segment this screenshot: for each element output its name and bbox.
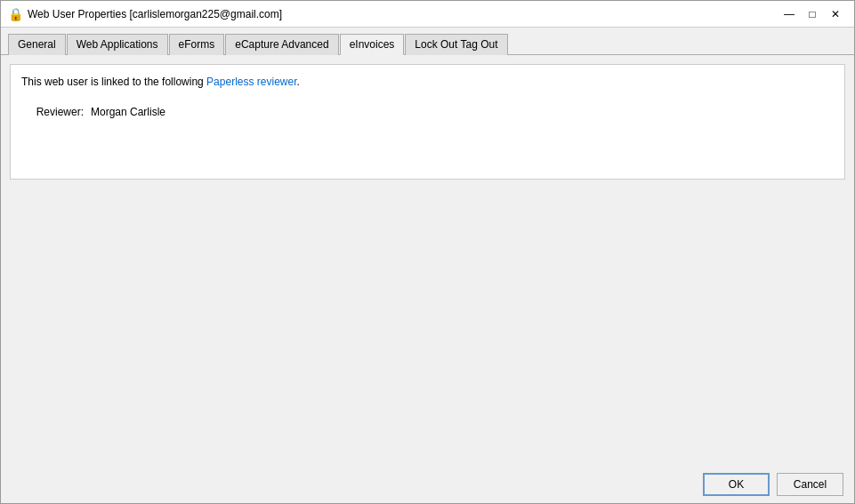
window-title: Web User Properties [carlislemorgan225@g… [28,8,282,20]
tab-lock-out-tag-out[interactable]: Lock Out Tag Out [405,34,507,55]
paperless-link[interactable]: Paperless reviewer [206,76,296,88]
tab-ecapture-advanced[interactable]: eCapture Advanced [225,34,338,55]
tab-eforms[interactable]: eForms [169,34,225,55]
content-area: This web user is linked to the following… [1,55,854,466]
tab-bar: General Web Applications eForms eCapture… [1,28,854,55]
tab-general[interactable]: General [8,34,66,55]
content-spacer [10,187,845,457]
info-text-prefix: This web user is linked to the following [21,76,206,88]
window-icon: 🔒 [8,7,22,21]
info-text-suffix: . [297,76,300,88]
reviewer-value: Morgan Carlisle [91,106,165,118]
einvoices-panel: This web user is linked to the following… [10,64,845,180]
minimize-button[interactable]: — [778,5,801,23]
reviewer-label: Reviewer: [30,106,84,118]
cancel-button[interactable]: Cancel [777,473,843,496]
footer: OK Cancel [1,466,854,503]
main-window: 🔒 Web User Properties [carlislemorgan225… [0,0,855,504]
close-button[interactable]: ✕ [824,5,847,23]
tab-einvoices[interactable]: eInvoices [340,34,405,55]
reviewer-row: Reviewer: Morgan Carlisle [21,106,834,118]
title-bar-left: 🔒 Web User Properties [carlislemorgan225… [8,7,282,21]
title-controls: — □ ✕ [778,5,847,23]
ok-button[interactable]: OK [703,473,770,496]
tab-web-applications[interactable]: Web Applications [67,34,168,55]
panel-info-text: This web user is linked to the following… [21,76,834,88]
title-bar: 🔒 Web User Properties [carlislemorgan225… [1,1,854,28]
maximize-button[interactable]: □ [801,5,824,23]
